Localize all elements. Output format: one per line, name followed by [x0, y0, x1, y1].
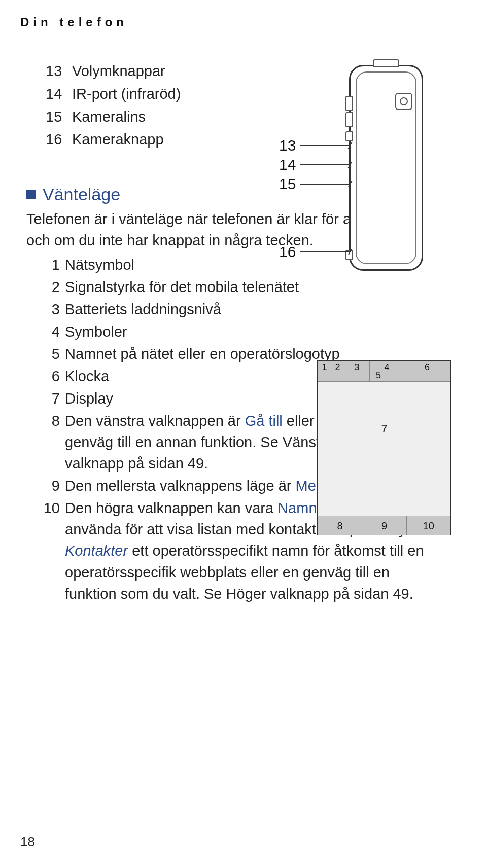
item-number: 7 [36, 388, 65, 409]
item-number: 2 [36, 276, 65, 298]
item-label: Volymknappar [72, 60, 165, 83]
item-number: 8 [36, 410, 65, 474]
item-text: Symboler [65, 321, 349, 342]
camera-lens-icon [395, 93, 412, 110]
page-number: 18 [20, 834, 35, 850]
status-bar: 1 2 3 4 6 5 [318, 361, 450, 382]
status-seg-4: 4 [370, 361, 404, 381]
status-seg-6: 6 [404, 361, 450, 381]
item-text: Namnet på nätet eller en operatörslogoty… [65, 343, 349, 365]
item-text: Display [65, 388, 349, 409]
section-title: Vänteläge [43, 185, 120, 204]
phone-side-figure: 13 14 15 16 [274, 51, 446, 279]
callout-16: 16 [279, 243, 354, 261]
item-number: 13 [46, 60, 67, 83]
item-label: Kameraknapp [72, 128, 164, 151]
item-text: Den vänstra valknappen är Gå till eller … [65, 410, 349, 474]
item-number: 10 [36, 497, 65, 604]
callout-13: 13 [279, 137, 354, 154]
status-label-5: 5 [376, 370, 381, 381]
callout-15: 15 [279, 175, 354, 193]
softkey-bar: 8 9 10 [318, 516, 450, 535]
item-label: Kameralins [72, 105, 146, 128]
list-item: 2Signalstyrka för det mobila telenätet [36, 276, 436, 298]
phone-outline [349, 65, 423, 271]
emphasis: Gå till [245, 413, 283, 429]
volume-down-button-icon [345, 112, 353, 127]
status-seg-2: 2 [331, 361, 344, 381]
status-seg-1: 1 [318, 361, 331, 381]
item-text: Klocka [65, 366, 349, 387]
status-seg-3: 3 [344, 361, 370, 381]
emphasis: Namn [277, 500, 317, 516]
softkey-left: 8 [318, 516, 362, 535]
list-item: 4Symboler [36, 321, 436, 342]
item-number: 4 [36, 321, 65, 342]
list-item: 3Batteriets laddningsnivå [36, 299, 436, 320]
item-number: 1 [36, 254, 65, 275]
item-number: 6 [36, 366, 65, 387]
item-number: 16 [46, 128, 67, 151]
item-number: 3 [36, 299, 65, 320]
emphasis-italic: Kontakter [65, 542, 128, 559]
running-header: Din telefon [20, 15, 436, 29]
callout-14: 14 [279, 156, 354, 173]
volume-up-button-icon [345, 96, 353, 111]
item-text: Batteriets laddningsnivå [65, 299, 349, 320]
softkey-middle: 9 [362, 516, 406, 535]
softkey-right: 10 [407, 516, 450, 535]
item-number: 5 [36, 343, 65, 365]
item-number: 15 [46, 105, 67, 128]
item-number: 14 [46, 83, 67, 105]
item-label: IR-port (infraröd) [72, 83, 181, 105]
screen-body: 7 [318, 382, 450, 516]
screen-figure: 1 2 3 4 6 5 7 8 9 10 [317, 360, 451, 535]
screen-label-7: 7 [318, 422, 450, 436]
phone-top-slot-icon [373, 59, 399, 67]
item-number: 9 [36, 475, 65, 496]
square-bullet-icon [26, 190, 36, 199]
item-text: Signalstyrka för det mobila telenätet [65, 276, 349, 298]
